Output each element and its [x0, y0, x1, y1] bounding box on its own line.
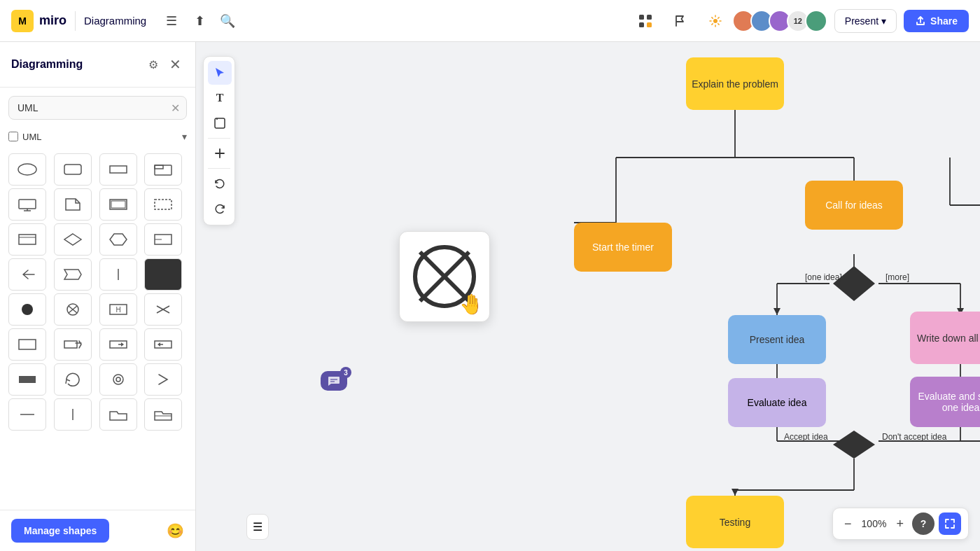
- shape-dashed-rect[interactable]: [144, 188, 182, 221]
- svg-rect-14: [111, 201, 125, 208]
- grid-apps-icon[interactable]: [631, 7, 659, 35]
- comment-bubble[interactable]: 3: [321, 371, 347, 391]
- add-tool[interactable]: [208, 141, 232, 165]
- cursor-hand-icon: 🤚: [459, 293, 484, 316]
- text-tool[interactable]: T: [208, 86, 232, 110]
- drag-overlay[interactable]: 🤚: [399, 231, 490, 322]
- sidebar-toggle-button[interactable]: ☰: [246, 514, 269, 540]
- undo-tool[interactable]: [208, 172, 232, 195]
- svg-marker-74: [774, 308, 780, 315]
- shape-rect-dbl[interactable]: [99, 188, 137, 221]
- filter-chevron[interactable]: ▾: [182, 131, 187, 142]
- shape-screen[interactable]: [8, 188, 46, 221]
- node-explain-problem[interactable]: Explain the problem: [686, 57, 784, 110]
- redo-tool[interactable]: [208, 197, 232, 221]
- svg-rect-10: [19, 200, 36, 209]
- shape-arrow-right-box[interactable]: [99, 328, 137, 361]
- shape-rect-round[interactable]: [54, 153, 92, 186]
- svg-marker-18: [64, 234, 81, 245]
- search-input[interactable]: [8, 96, 187, 120]
- shape-arrow-exit[interactable]: [54, 328, 92, 361]
- svg-marker-19: [110, 234, 127, 245]
- node-evaluate-idea[interactable]: Evaluate idea: [728, 378, 826, 427]
- shape-back[interactable]: [8, 363, 46, 396]
- shape-ellipse[interactable]: [8, 153, 46, 186]
- shape-circle-filled[interactable]: [8, 293, 46, 326]
- menu-icon[interactable]: ☰: [160, 10, 183, 32]
- panel-title: Diagramming: [11, 58, 140, 71]
- svg-point-4: [713, 19, 718, 23]
- svg-rect-9: [155, 165, 163, 169]
- share-button[interactable]: Share: [904, 10, 969, 32]
- svg-rect-6: [64, 165, 81, 174]
- panel-close-button[interactable]: ✕: [167, 53, 184, 76]
- svg-text:Don't accept idea: Don't accept idea: [882, 432, 947, 442]
- search-icon[interactable]: 🔍: [216, 10, 239, 32]
- board-name[interactable]: Diagramming: [84, 15, 146, 27]
- shape-circle-dot[interactable]: [99, 363, 137, 396]
- confetti-icon[interactable]: [701, 7, 729, 35]
- shape-rect-tab[interactable]: [144, 153, 182, 186]
- canvas[interactable]: [one idea] [more] Accept idea Don't acce…: [245, 42, 980, 551]
- node-evaluate-select[interactable]: Evaluate and select one idea: [910, 377, 980, 427]
- node-testing[interactable]: Testing: [686, 496, 784, 548]
- shapes-grid: H: [0, 148, 195, 436]
- svg-point-24: [22, 304, 33, 315]
- expand-button[interactable]: [939, 512, 961, 535]
- shape-arrow-left[interactable]: [8, 258, 46, 291]
- toolbar: T: [203, 56, 235, 225]
- header-icons: ☰ ⬆ 🔍: [160, 10, 239, 32]
- note-tool[interactable]: [208, 111, 232, 135]
- shape-doc[interactable]: [54, 188, 92, 221]
- help-button[interactable]: ?: [912, 512, 934, 535]
- present-button[interactable]: Present ▾: [834, 9, 897, 33]
- svg-rect-46: [215, 118, 225, 128]
- flag-icon[interactable]: [666, 7, 694, 35]
- svg-marker-36: [121, 342, 124, 347]
- shape-frame[interactable]: [8, 223, 46, 256]
- node-start-timer[interactable]: Start the timer: [574, 223, 672, 272]
- shape-X-box[interactable]: [144, 293, 182, 326]
- zoom-out-button[interactable]: −: [840, 515, 856, 533]
- svg-rect-33: [64, 341, 77, 348]
- shape-rect-wide[interactable]: [99, 153, 137, 186]
- svg-text:[one idea]: [one idea]: [805, 272, 842, 282]
- panel-settings-button[interactable]: ⚙: [146, 55, 161, 74]
- shape-rect-db[interactable]: [8, 328, 46, 361]
- shape-diamond[interactable]: [54, 223, 92, 256]
- shape-H-box[interactable]: H: [99, 293, 137, 326]
- shape-step[interactable]: [54, 258, 92, 291]
- canvas-inner: [one idea] [more] Accept idea Don't acce…: [245, 42, 980, 551]
- search-clear-button[interactable]: ✕: [171, 102, 180, 115]
- zoom-level[interactable]: 100%: [860, 518, 888, 529]
- cursor-tool[interactable]: [208, 61, 232, 85]
- svg-marker-22: [64, 270, 81, 279]
- shape-minus[interactable]: [8, 398, 46, 431]
- header-divider: [75, 11, 76, 31]
- svg-rect-15: [155, 200, 172, 209]
- shape-filled-dark[interactable]: [144, 258, 182, 291]
- node-present-idea[interactable]: Present idea: [728, 315, 826, 364]
- filter-checkbox[interactable]: [8, 132, 18, 141]
- avatars: 12: [736, 10, 827, 32]
- header-right: 12 Present ▾ Share: [631, 7, 969, 35]
- svg-marker-76: [732, 489, 738, 496]
- sidebar-toggle-area: ☰: [246, 514, 269, 540]
- shape-refresh[interactable]: [54, 363, 92, 396]
- node-write-down[interactable]: Write down all ideas: [910, 312, 980, 364]
- shape-cross-circle[interactable]: [54, 293, 92, 326]
- shape-gt[interactable]: [144, 363, 182, 396]
- shape-vline[interactable]: [54, 398, 92, 431]
- upload-icon[interactable]: ⬆: [188, 10, 211, 32]
- node-call-ideas[interactable]: Call for ideas: [805, 181, 903, 230]
- shape-arrow-left-box[interactable]: [144, 328, 182, 361]
- shape-partial[interactable]: [144, 223, 182, 256]
- zoom-in-button[interactable]: +: [892, 515, 908, 533]
- shape-folder[interactable]: [99, 398, 137, 431]
- bottom-toolbar: − 100% + ?: [832, 508, 969, 540]
- manage-shapes-button[interactable]: Manage shapes: [11, 519, 109, 543]
- emoji-button[interactable]: 😊: [167, 522, 184, 539]
- shape-folder2[interactable]: [144, 398, 182, 431]
- shape-line[interactable]: [99, 258, 137, 291]
- shape-hexagon[interactable]: [99, 223, 137, 256]
